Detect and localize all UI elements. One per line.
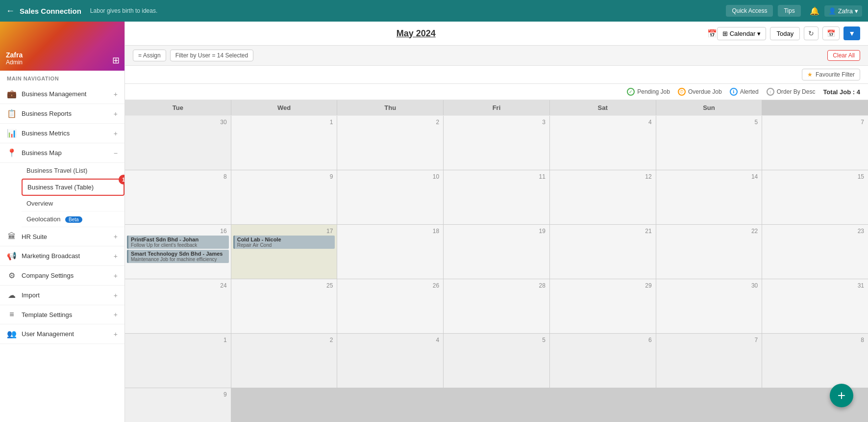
- cal-event-w2-d3-e0[interactable]: Cold Lab - NicoleRepair Air Cond: [233, 236, 335, 249]
- cal-cell-w5-d1[interactable]: 5: [444, 334, 549, 388]
- sidebar-sub-item-geolocation[interactable]: Geolocation Beta: [22, 211, 124, 227]
- tips-button[interactable]: Tips: [778, 5, 800, 17]
- cal-cell-w3-d1[interactable]: 22: [656, 225, 762, 279]
- cal-cell-w5-d5[interactable]: 9: [125, 388, 231, 422]
- expand-icon-metrics: +: [114, 130, 118, 137]
- cal-cell-w0-d2[interactable]: 2: [337, 116, 443, 170]
- cal-cell-w4-d1[interactable]: 29: [550, 279, 656, 333]
- sidebar-item-company-settings[interactable]: ⚙ Company Settings +: [0, 266, 124, 286]
- cal-date-w0-d0: 30: [127, 118, 229, 127]
- cal-cell-w5-d0[interactable]: 4: [337, 334, 443, 388]
- user-menu[interactable]: 👤 Zafra ▾: [824, 5, 862, 17]
- cal-cell-w3-d5[interactable]: 26: [337, 279, 443, 333]
- status-row: ✓ Pending Job ⏱ Overdue Job ℹ Alerted ↕ …: [125, 84, 868, 100]
- mini-cal-button[interactable]: 📅: [822, 26, 840, 40]
- cal-cell-w4-d3[interactable]: 31: [762, 279, 868, 333]
- overdue-job-icon: ⏱: [678, 88, 686, 96]
- cal-date-w3-d4: 25: [233, 281, 335, 290]
- logout-icon[interactable]: ⊞: [112, 55, 120, 66]
- overdue-job-label: Overdue Job: [688, 88, 722, 95]
- sidebar: Zafra Admin ⊞ MAIN NAVIGATION 💼 Business…: [0, 22, 125, 422]
- travel-table-label: Business Travel (Table): [27, 184, 94, 191]
- calendar-view-button[interactable]: ⊞ Calendar ▾: [717, 27, 767, 40]
- cal-cell-w2-d0[interactable]: 14: [656, 170, 762, 224]
- cal-cell-w1-d2[interactable]: 9: [231, 170, 337, 224]
- cal-cell-w2-d4[interactable]: 18: [337, 225, 443, 279]
- sidebar-item-marketing-broadcast[interactable]: 📢 Marketing Broadcast +: [0, 246, 124, 266]
- cal-cell-w1-d4[interactable]: 11: [444, 170, 549, 224]
- cal-event-w2-d2-e0[interactable]: PrintFast Sdn Bhd - JohanFollow Up for c…: [127, 236, 229, 249]
- quick-access-button[interactable]: Quick Access: [726, 5, 773, 17]
- cal-date-w3-d0: 21: [552, 227, 654, 236]
- filter-row: = Assign Filter by User = 14 Selected Cl…: [125, 46, 868, 66]
- travel-table-badge: 1: [119, 175, 125, 185]
- back-button[interactable]: ←: [6, 6, 15, 16]
- cal-date-w0-d4: 4: [552, 118, 654, 127]
- settings-icon: ⚙: [7, 271, 17, 280]
- bell-icon[interactable]: 🔔: [810, 6, 819, 16]
- cal-cell-w5-d4[interactable]: 8: [762, 334, 868, 388]
- sidebar-item-template-settings[interactable]: ≡ Template Settings +: [0, 305, 124, 324]
- user-dropdown-icon: ▾: [855, 7, 858, 15]
- cal-cell-w2-d1[interactable]: 15: [762, 170, 868, 224]
- sidebar-sub-item-travel-table[interactable]: Business Travel (Table) 1: [22, 179, 124, 196]
- today-button[interactable]: Today: [770, 27, 800, 40]
- expand-icon-marketing: +: [114, 252, 118, 260]
- cal-cell-w1-d5[interactable]: 12: [550, 170, 656, 224]
- cal-event-w2-d2-e1[interactable]: Smart Technology Sdn Bhd - JamesMaintena…: [127, 250, 229, 263]
- sidebar-item-user-management[interactable]: 👥 User Management +: [0, 324, 124, 344]
- clear-all-button[interactable]: Clear All: [827, 50, 860, 61]
- cal-date-w1-d3: 10: [339, 172, 441, 181]
- sidebar-sub-item-overview[interactable]: Overview: [22, 196, 124, 211]
- cal-cell-w0-d1[interactable]: 1: [231, 116, 337, 170]
- star-icon: ★: [807, 71, 813, 78]
- filter-button[interactable]: ▼: [843, 26, 860, 40]
- cal-cell-w1-d0[interactable]: 7: [762, 116, 868, 170]
- sidebar-item-business-map[interactable]: 📍 Business Map −: [0, 143, 124, 163]
- add-fab-button[interactable]: +: [830, 384, 853, 407]
- sidebar-item-import[interactable]: ☁ Import +: [0, 286, 124, 305]
- main-content: May 2024 📅 ⊞ Calendar ▾ Today ↻ 📅 ▼ = As…: [125, 22, 868, 422]
- day-header-sun: Sun: [656, 100, 762, 115]
- cal-cell-w4-d5[interactable]: 2: [231, 334, 337, 388]
- sidebar-item-business-metrics[interactable]: 📊 Business Metrics +: [0, 124, 124, 143]
- calendar-icon[interactable]: 📅: [707, 29, 717, 38]
- cal-cell-w0-d0[interactable]: 30: [125, 116, 231, 170]
- expand-icon-hr: +: [114, 233, 118, 240]
- cal-cell-w4-d4[interactable]: 1: [125, 334, 231, 388]
- cal-cell-w2-d5[interactable]: 19: [444, 225, 549, 279]
- cal-cell-w3-d2[interactable]: 23: [762, 225, 868, 279]
- cal-cell-w4-d2[interactable]: 30: [656, 279, 762, 333]
- sidebar-sub-item-travel-list[interactable]: Business Travel (List): [22, 163, 124, 179]
- favourite-filter-button[interactable]: ★ Favourite Filter: [802, 69, 860, 80]
- filter-tag-user[interactable]: Filter by User = 14 Selected: [170, 50, 253, 61]
- refresh-button[interactable]: ↻: [804, 26, 818, 40]
- cal-date-w3-d5: 26: [339, 281, 441, 290]
- cal-cell-w3-d4[interactable]: 25: [231, 279, 337, 333]
- filter-tag-assign[interactable]: = Assign: [133, 50, 166, 61]
- cal-cell-w5-d3[interactable]: 7: [656, 334, 762, 388]
- sidebar-item-hr-suite[interactable]: 🏛 HR Suite +: [0, 227, 124, 246]
- cal-cell-w2-d3[interactable]: 17Cold Lab - NicoleRepair Air Cond: [231, 225, 337, 279]
- cal-cell-w1-d3[interactable]: 10: [337, 170, 443, 224]
- cal-date-w2-d0: 14: [658, 172, 760, 181]
- sidebar-item-business-management[interactable]: 💼 Business Management +: [0, 84, 124, 104]
- cal-cell-w3-d0[interactable]: 21: [550, 225, 656, 279]
- cal-cell-w5-d2[interactable]: 6: [550, 334, 656, 388]
- sidebar-item-business-reports[interactable]: 📋 Business Reports +: [0, 104, 124, 124]
- cal-cell-w3-d3[interactable]: 24: [125, 279, 231, 333]
- cal-date-w2-d3: 17: [233, 227, 335, 236]
- cal-date-w1-d0: 7: [764, 118, 866, 127]
- cal-cell-w0-d3[interactable]: 3: [444, 116, 549, 170]
- cal-cell-w0-d5[interactable]: 5: [656, 116, 762, 170]
- cal-date-w4-d2: 30: [658, 281, 760, 290]
- users-icon: 👥: [7, 329, 17, 339]
- top-navigation: ← Sales Connection Labor gives birth to …: [0, 0, 868, 22]
- cal-cell-w0-d4[interactable]: 4: [550, 116, 656, 170]
- sidebar-user-name: Zafra: [6, 51, 23, 59]
- app-title: Sales Connection: [20, 7, 81, 15]
- cal-cell-w4-d0[interactable]: 28: [444, 279, 549, 333]
- cal-cell-w1-d1[interactable]: 8: [125, 170, 231, 224]
- cal-cell-w2-d2[interactable]: 16PrintFast Sdn Bhd - JohanFollow Up for…: [125, 225, 231, 279]
- overdue-job-status: ⏱ Overdue Job: [678, 88, 722, 96]
